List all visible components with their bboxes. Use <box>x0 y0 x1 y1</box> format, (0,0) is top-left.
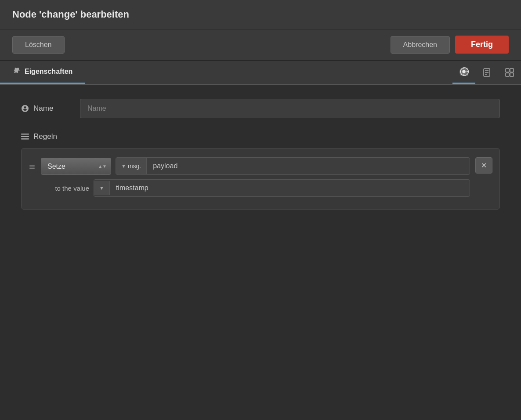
name-label: Name <box>21 104 69 113</box>
remove-rule-button[interactable]: ✕ <box>475 157 492 174</box>
svg-rect-11 <box>510 69 514 72</box>
tab-icon-document[interactable] <box>475 61 498 84</box>
page-title: Node 'change' bearbeiten <box>12 9 509 20</box>
value-field[interactable]: ▼ timestamp <box>94 179 470 197</box>
target-type-dropdown[interactable]: ▼ msg. <box>116 158 147 174</box>
cancel-button[interactable]: Abbrechen <box>391 36 450 54</box>
drag-handle[interactable] <box>29 163 36 172</box>
value-type-dropdown[interactable]: ▼ <box>94 181 110 195</box>
svg-rect-16 <box>21 138 29 140</box>
tab-icon-settings[interactable] <box>452 61 475 84</box>
name-input[interactable] <box>80 99 500 118</box>
svg-rect-10 <box>506 69 509 72</box>
tab-properties[interactable]: Eigenschaften <box>0 61 85 84</box>
to-value-label: to the value <box>41 185 89 192</box>
gear-icon <box>12 67 20 76</box>
target-value: payload <box>147 158 470 174</box>
tab-icon-grid[interactable] <box>498 61 521 84</box>
target-field[interactable]: ▼ msg. payload <box>116 157 470 175</box>
svg-rect-15 <box>21 136 29 138</box>
value-text: timestamp <box>110 180 470 196</box>
svg-rect-12 <box>506 73 509 76</box>
done-button[interactable]: Fertig <box>455 36 509 54</box>
svg-rect-18 <box>29 167 35 167</box>
svg-rect-17 <box>29 165 35 166</box>
svg-rect-14 <box>21 134 29 135</box>
rules-section-label: Regeln <box>21 132 500 141</box>
svg-rect-19 <box>29 168 35 169</box>
rule-item: Setze ▼ msg. payload <box>29 157 492 197</box>
svg-rect-13 <box>510 73 514 76</box>
properties-tab-label: Eigenschaften <box>25 68 72 76</box>
delete-button[interactable]: Löschen <box>12 36 65 54</box>
rules-container: Setze ▼ msg. payload <box>21 148 500 210</box>
action-select[interactable]: Setze <box>41 158 111 175</box>
